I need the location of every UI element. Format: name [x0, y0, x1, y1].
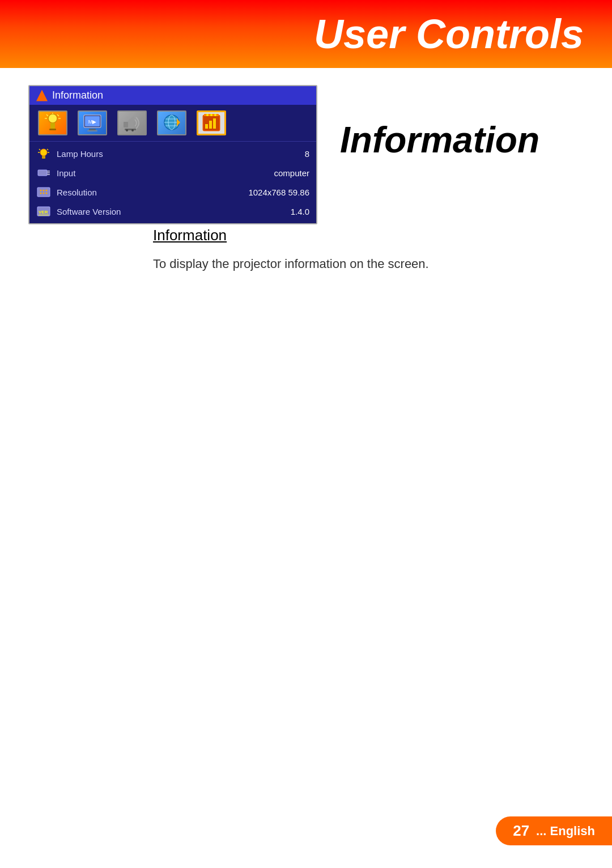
- right-panel: Information: [340, 85, 584, 224]
- bottom-section: Information To display the projector inf…: [153, 227, 493, 273]
- page-language: ... English: [536, 824, 595, 839]
- svg-point-27: [206, 114, 209, 116]
- svg-rect-39: [47, 174, 50, 175]
- lamp-row-icon: [36, 146, 51, 161]
- svg-rect-36: [38, 170, 47, 176]
- input-value: computer: [274, 168, 309, 178]
- svg-rect-23: [205, 124, 208, 129]
- svg-point-43: [46, 190, 48, 192]
- lamp-hours-label: Lamp Hours: [57, 149, 299, 159]
- osd-icon-settings[interactable]: [157, 110, 186, 135]
- svg-rect-37: [47, 171, 50, 172]
- svg-point-41: [40, 190, 42, 192]
- osd-row-resolution: Resolution 1024x768 59.86: [29, 182, 316, 202]
- svg-rect-13: [124, 122, 128, 127]
- osd-row-version: VER Software Version 1.4.0: [29, 202, 316, 221]
- resolution-value: 1024x768 59.86: [248, 188, 309, 197]
- svg-line-5: [46, 114, 48, 116]
- svg-line-35: [47, 149, 48, 150]
- resolution-row-icon: [36, 185, 51, 199]
- osd-row-input: Input computer: [29, 163, 316, 182]
- section-heading: Information: [153, 227, 493, 244]
- svg-point-15: [126, 129, 128, 131]
- page-header: User Controls: [0, 0, 612, 68]
- svg-point-45: [43, 193, 45, 194]
- svg-point-29: [214, 114, 216, 116]
- osd-icon-audio[interactable]: [117, 110, 147, 135]
- version-label: Software Version: [57, 207, 285, 216]
- svg-rect-38: [47, 172, 50, 173]
- input-row-icon: [36, 165, 51, 180]
- svg-rect-24: [209, 121, 212, 129]
- svg-point-0: [48, 114, 57, 123]
- page-title: User Controls: [314, 11, 584, 57]
- svg-text:VER: VER: [39, 210, 48, 215]
- section-italic-title: Information: [340, 119, 539, 161]
- svg-rect-25: [213, 118, 216, 129]
- svg-point-28: [210, 114, 212, 116]
- input-label: Input: [57, 168, 268, 178]
- svg-text:M▶: M▶: [88, 119, 97, 125]
- osd-icon-lamp[interactable]: [38, 110, 67, 135]
- version-row-icon: VER: [36, 204, 51, 219]
- svg-point-42: [43, 190, 45, 192]
- svg-rect-1: [50, 123, 55, 129]
- svg-point-44: [40, 193, 42, 194]
- osd-data-rows: Lamp Hours 8 Input computer: [29, 142, 316, 223]
- lamp-hours-value: 8: [305, 149, 309, 159]
- osd-icon-row: M▶: [29, 105, 316, 142]
- osd-titlebar-label: Information: [52, 90, 103, 101]
- svg-rect-40: [37, 188, 50, 197]
- svg-rect-49: [39, 215, 49, 215]
- osd-icon-info[interactable]: [197, 110, 226, 135]
- version-value: 1.4.0: [291, 207, 309, 216]
- svg-point-30: [40, 149, 47, 156]
- osd-icon-image[interactable]: M▶: [78, 110, 107, 135]
- osd-row-lamp: Lamp Hours 8: [29, 144, 316, 163]
- svg-line-6: [57, 114, 59, 116]
- svg-line-34: [39, 149, 40, 150]
- svg-rect-11: [89, 129, 96, 130]
- osd-panel: Information: [28, 85, 317, 224]
- svg-rect-2: [49, 129, 56, 130]
- svg-point-46: [46, 193, 48, 194]
- osd-titlebar-icon: [36, 90, 48, 101]
- resolution-label: Resolution: [57, 188, 243, 197]
- svg-rect-31: [42, 156, 45, 159]
- page-number: 27: [513, 822, 529, 840]
- svg-point-16: [131, 129, 134, 131]
- svg-rect-12: [87, 130, 97, 131]
- osd-titlebar: Information: [29, 86, 316, 105]
- page-badge: 27 ... English: [496, 816, 612, 845]
- section-description: To display the projector information on …: [153, 254, 493, 273]
